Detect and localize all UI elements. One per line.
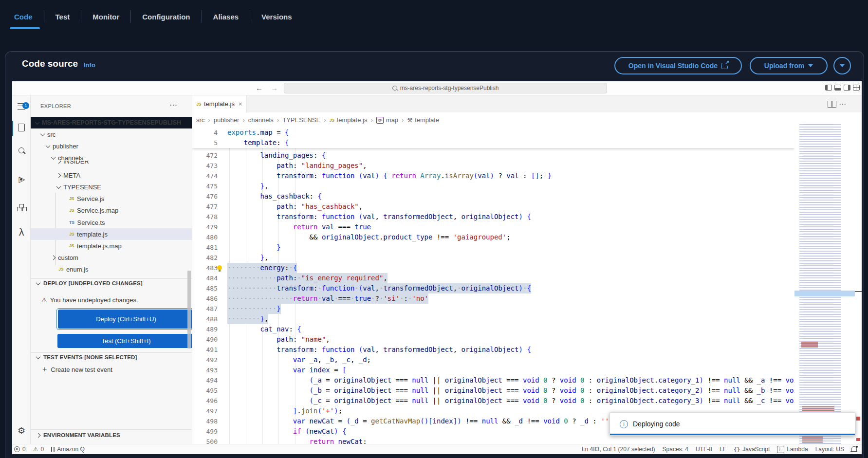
- editor-more-actions-icon[interactable]: ⋯: [839, 100, 847, 109]
- status-item-javascript[interactable]: {}JavaScript: [734, 446, 770, 453]
- overview-ruler[interactable]: [855, 128, 862, 444]
- breadcrumb-item-channels[interactable]: channels: [248, 116, 274, 124]
- status-item-layout-us[interactable]: Layout: US: [815, 446, 844, 453]
- code-line-481[interactable]: 481 }: [192, 242, 794, 253]
- tab-template-js[interactable]: JS template.js: [192, 95, 247, 112]
- tree-item-publisher[interactable]: publisher: [31, 140, 192, 152]
- tree-item-service.js[interactable]: JSService.js: [31, 193, 192, 204]
- code-line-473[interactable]: 473 path: "landing_pages",: [192, 161, 794, 171]
- tree-item-template.js[interactable]: JStemplate.js: [31, 228, 192, 240]
- code-line-490[interactable]: 490 path: "name",: [192, 334, 794, 345]
- env-vars-section-header[interactable]: ENVIRONMENT VARIABLES: [37, 432, 120, 438]
- code-line-487[interactable]: 487············}: [192, 304, 794, 314]
- code-line-475[interactable]: 475 },: [192, 181, 794, 191]
- extensions-view-icon[interactable]: [12, 198, 31, 214]
- breadcrumb-item-publisher[interactable]: publisher: [214, 116, 240, 124]
- toggle-sidebar-icon[interactable]: [825, 85, 832, 91]
- split-editor-icon[interactable]: [828, 101, 832, 108]
- explorer-view-icon[interactable]: [12, 119, 31, 136]
- tree-item-insider[interactable]: INSIDER: [31, 161, 192, 168]
- code-line-476[interactable]: 476 has_cashback: {: [192, 191, 794, 202]
- aws-tab-code[interactable]: Code: [14, 13, 44, 21]
- customize-layout-icon[interactable]: [853, 85, 860, 91]
- breadcrumb-item-template[interactable]: ⚒template: [407, 116, 439, 124]
- code-line-492[interactable]: 492 var _a, _b, _c, _d;: [192, 355, 794, 365]
- code-line-480[interactable]: 480 && originalObject.product_type !== '…: [192, 232, 794, 242]
- toggle-panel-icon[interactable]: [834, 85, 841, 91]
- breadcrumb-item-template.js[interactable]: JStemplate.js: [330, 116, 368, 124]
- upload-from-button[interactable]: Upload from: [750, 57, 828, 74]
- code-line-484[interactable]: 484············path:·"is_energy_required…: [192, 273, 794, 283]
- aws-tab-versions[interactable]: Versions: [250, 13, 303, 21]
- status-item-lf[interactable]: LF: [720, 446, 726, 453]
- status-item-utf-8[interactable]: UTF-8: [696, 446, 712, 453]
- toggle-secondary-sidebar-icon[interactable]: [844, 85, 850, 91]
- breadcrumb: src›publisher›channels›TYPESENSE›JStempl…: [196, 112, 795, 128]
- aws-tab-monitor[interactable]: Monitor: [81, 13, 130, 21]
- info-link[interactable]: Info: [84, 61, 95, 69]
- status-item-0[interactable]: 0: [14, 446, 26, 453]
- settings-gear-icon[interactable]: ⚙: [12, 422, 31, 439]
- code-line-493[interactable]: 493 var index = [: [192, 365, 794, 375]
- code-line-482[interactable]: 482 },: [192, 253, 794, 263]
- explorer-scrollbar[interactable]: [187, 271, 191, 348]
- code-line-477[interactable]: 477 path: "has_cashback",: [192, 202, 794, 212]
- aws-tab-test[interactable]: Test: [44, 13, 81, 21]
- code-line-478[interactable]: 478 transform: function (val, transforme…: [192, 212, 794, 222]
- code-line-494[interactable]: 494 (_a = originalObject === null || ori…: [192, 375, 794, 385]
- aws-tab-configuration[interactable]: Configuration: [131, 13, 201, 21]
- history-forward-button[interactable]: →: [271, 84, 278, 92]
- code-line-483[interactable]: 483········energy:·{: [192, 263, 794, 273]
- code-line-495[interactable]: 495 (_b = originalObject === null || ori…: [192, 385, 794, 396]
- run-debug-view-icon[interactable]: [12, 171, 31, 187]
- explorer-more-actions-icon[interactable]: ⋯: [169, 100, 177, 110]
- status-item-spaces-4[interactable]: Spaces: 4: [663, 446, 688, 453]
- deploy-button[interactable]: Deploy (Ctrl+Shift+U): [58, 310, 192, 329]
- search-view-icon[interactable]: [12, 142, 31, 159]
- aws-tab-aliases[interactable]: Aliases: [202, 13, 250, 21]
- open-in-vscode-button[interactable]: Open in Visual Studio Code: [614, 57, 742, 74]
- breadcrumb-item-typesense[interactable]: TYPESENSE: [282, 116, 320, 124]
- editor-actions: ⋯: [828, 100, 847, 109]
- history-back-button[interactable]: ←: [256, 84, 263, 92]
- test-button[interactable]: Test (Ctrl+Shift+I): [57, 334, 192, 348]
- code-line-474[interactable]: 474 transform: function (val) { return A…: [192, 171, 794, 181]
- more-actions-dropdown-button[interactable]: [833, 57, 851, 74]
- code-line-496[interactable]: 496 (_c = originalObject === null || ori…: [192, 396, 794, 406]
- code-line-485[interactable]: 485············transform:·function·(val,…: [192, 283, 794, 293]
- code-line-479[interactable]: 479 return val === true: [192, 222, 794, 232]
- tree-item-src[interactable]: src: [31, 128, 192, 140]
- tree-item-enum.js[interactable]: JSenum.js: [31, 263, 192, 275]
- status-item-ln-483-col-1-207-selected-[interactable]: Ln 483, Col 1 (207 selected): [582, 446, 655, 453]
- status-item-bell-icon[interactable]: [851, 447, 857, 451]
- code-line-491[interactable]: 491 transform: function (val, transforme…: [192, 345, 794, 355]
- code-line-472[interactable]: 472 landing_pages: {: [192, 150, 794, 161]
- status-item-lambda[interactable]: 〉_Lambda: [777, 446, 808, 453]
- code-line-486[interactable]: 486················return·val·===·true·?…: [192, 293, 794, 304]
- lightbulb-icon[interactable]: [217, 265, 222, 270]
- code-line-489[interactable]: 489 cat_nav: {: [192, 324, 794, 334]
- status-item-amazon-q[interactable]: Amazon Q: [51, 446, 85, 453]
- tree-item-template.js.map[interactable]: JStemplate.js.map: [31, 240, 192, 252]
- code-line-488[interactable]: 488········},: [192, 314, 794, 324]
- breadcrumb-item-map[interactable]: @map: [376, 116, 398, 124]
- tree-item-custom[interactable]: custom: [31, 252, 192, 263]
- test-events-section-header[interactable]: TEST EVENTS [NONE SELECTED]: [37, 354, 137, 360]
- tree-item-typesense[interactable]: TYPESENSE: [31, 181, 192, 193]
- minimap[interactable]: [794, 124, 855, 444]
- breadcrumb-item-src[interactable]: src: [196, 116, 204, 124]
- status-item-0[interactable]: ⚠0: [33, 446, 44, 453]
- tree-item-service.js.map[interactable]: JSService.js.map: [31, 204, 192, 216]
- tree-item-ms-ares-reports-stg-typesensepublish[interactable]: MS-ARES-REPORTS-STG-TYPESENSEPUBLISH: [31, 117, 192, 128]
- tree-item-meta[interactable]: META: [31, 169, 192, 181]
- close-tab-icon[interactable]: [238, 102, 242, 107]
- deploy-section-header[interactable]: DEPLOY [UNDEPLOYED CHANGES]: [37, 280, 143, 286]
- code-viewport[interactable]: 4exports.map = {5 template: { 472 landin…: [192, 128, 794, 444]
- code-line-5[interactable]: 5 template: {: [192, 138, 794, 148]
- aws-lambda-view-icon[interactable]: λ: [12, 224, 31, 240]
- tree-item-service.ts[interactable]: TSService.ts: [31, 217, 192, 228]
- command-center-search[interactable]: ms-ares-reports-stg-typesensePublish: [284, 83, 607, 93]
- code-line-500[interactable]: 500 return newCat;: [192, 437, 794, 444]
- code-line-4[interactable]: 4exports.map = {: [192, 128, 794, 138]
- create-test-event-button[interactable]: + Create new test event: [42, 365, 112, 374]
